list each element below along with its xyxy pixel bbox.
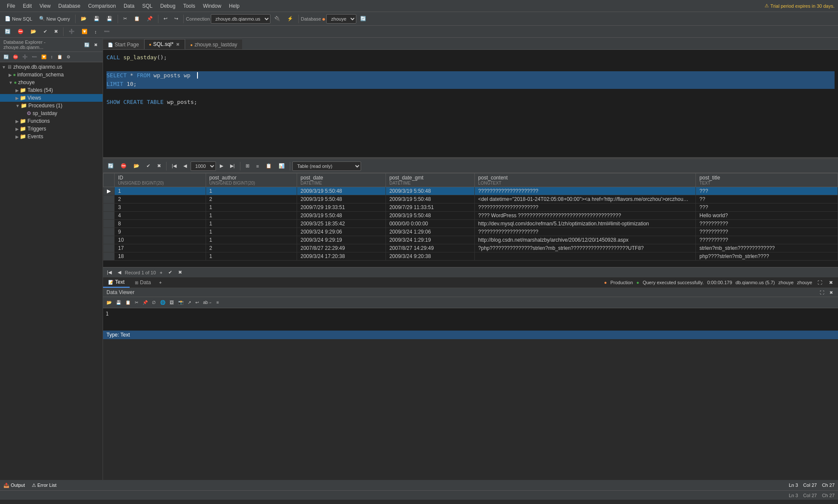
tb2-check[interactable]: ✔ <box>40 27 50 36</box>
rec-prev[interactable]: ◀ <box>115 269 123 276</box>
sidebar-tb-sort[interactable]: ↕ <box>49 54 55 60</box>
open-button[interactable]: 📂 <box>78 15 90 23</box>
dv-tb-paste[interactable]: 📌 <box>141 299 149 306</box>
dv-tb-cut[interactable]: ✂ <box>133 299 140 306</box>
results-form[interactable]: 📋 <box>263 162 275 170</box>
rec-add[interactable]: + <box>158 269 164 276</box>
tab-close-sql[interactable]: ✖ <box>175 42 180 47</box>
tree-item-server[interactable]: ▼ 🖥 zhouye.db.qianmo.us <box>0 63 103 71</box>
results-table[interactable]: ID UNSIGNED BIGINT(20) post_author UNSIG… <box>103 173 838 267</box>
dv-tb-web[interactable]: 🌐 <box>158 299 167 306</box>
tree-item-views[interactable]: ▶ 📁 Views <box>0 94 103 102</box>
dv-maximize-btn[interactable]: ⛶ <box>818 290 826 295</box>
menu-sql[interactable]: SQL <box>139 2 156 10</box>
db-refresh-button[interactable]: 🔄 <box>357 15 369 23</box>
sidebar-tb-remove[interactable]: ➖ <box>30 54 39 60</box>
table-row[interactable]: 812009/3/25 18:35:420000/0/0 0:00:00http… <box>103 220 838 228</box>
results-prev[interactable]: ◀ <box>180 162 190 170</box>
tb2-close[interactable]: ✖ <box>51 27 61 36</box>
dv-close[interactable]: ✖ <box>827 279 835 286</box>
rec-save[interactable]: ✔ <box>166 269 174 276</box>
menu-comparison[interactable]: Comparison <box>85 2 119 10</box>
dv-tab-data[interactable]: ⊞ Data <box>130 278 156 287</box>
tree-item-sp-lastday[interactable]: ▶ ⚙ sp_lastday <box>0 109 103 117</box>
copy-button[interactable]: 📋 <box>131 15 143 23</box>
sidebar-tb-list[interactable]: 📋 <box>55 54 64 60</box>
menu-window[interactable]: Window <box>200 2 225 10</box>
save-all-button[interactable]: 💾 <box>103 15 115 23</box>
undo-button[interactable]: ↩ <box>161 15 170 23</box>
sql-editor[interactable]: CALL sp_lastday(); SELECT * FROM wp_post… <box>103 50 838 157</box>
table-row[interactable]: 912009/3/24 9:29:062009/3/24 1:29:06????… <box>103 228 838 236</box>
results-first[interactable]: |◀ <box>169 162 179 170</box>
results-next[interactable]: ▶ <box>217 162 226 170</box>
dv-tb-save[interactable]: 💾 <box>114 299 123 306</box>
menu-file[interactable]: File <box>3 2 18 10</box>
table-row[interactable]: 412009/3/19 5:50:482009/3/19 5:50:48????… <box>103 212 838 220</box>
results-open[interactable]: 📂 <box>131 162 143 170</box>
save-button[interactable]: 💾 <box>91 15 103 23</box>
tb2-add[interactable]: ➕ <box>66 27 78 36</box>
sidebar-refresh[interactable]: 🔄 <box>82 42 91 48</box>
rec-cancel[interactable]: ✖ <box>176 269 184 276</box>
col-post-date-gmt[interactable]: post_date_gmt DATETIME <box>386 173 474 187</box>
tree-arrow-zhouye[interactable]: ▼ <box>9 80 13 85</box>
dv-tb-img1[interactable]: 🖼 <box>168 299 176 306</box>
sidebar-close[interactable]: ✖ <box>92 42 99 48</box>
results-grid[interactable]: ⊞ <box>243 162 252 170</box>
table-row[interactable]: 312009/7/29 19:33:512009/7/29 11:33:51??… <box>103 203 838 212</box>
connect-button[interactable]: 🔌 <box>271 15 283 23</box>
dv-add-tab[interactable]: + <box>156 279 164 286</box>
sidebar-tb-settings[interactable]: ⚙ <box>65 54 72 60</box>
tree-arrow-events[interactable]: ▶ <box>15 134 19 139</box>
tree-item-zhouye-db[interactable]: ▼ ● zhouye <box>0 79 103 86</box>
dv-tab-text[interactable]: 📝 Text <box>103 277 130 288</box>
redo-button[interactable]: ↪ <box>171 15 181 23</box>
connection-selector[interactable]: zhouye.db.qianmo.us <box>211 14 270 24</box>
col-post-date[interactable]: post_date DATETIME <box>297 173 386 187</box>
tb2-collapse[interactable]: ➖ <box>101 27 113 36</box>
sidebar-tb-filter[interactable]: 🔽 <box>39 54 48 60</box>
output-tab[interactable]: 📤 Output <box>3 483 25 488</box>
tree-arrow-triggers[interactable]: ▶ <box>15 127 19 131</box>
results-last[interactable]: ▶| <box>227 162 238 170</box>
menu-debug[interactable]: Debug <box>157 2 179 10</box>
results-mode-selector[interactable]: Table (read only) <box>292 161 361 171</box>
dv-close-btn[interactable]: ✖ <box>828 290 835 295</box>
menu-edit[interactable]: Edit <box>19 2 35 10</box>
dv-maximize[interactable]: ⛶ <box>816 279 824 286</box>
col-post-title[interactable]: post_title TEXT <box>696 173 838 187</box>
cut-button[interactable]: ✂ <box>120 15 130 23</box>
dv-tb-copy[interactable]: 📋 <box>124 299 132 306</box>
tb2-refresh[interactable]: 🔄 <box>2 27 14 36</box>
col-post-content[interactable]: post_content LONGTEXT <box>474 173 695 187</box>
tab-sp-lastday[interactable]: ● zhouye.sp_lastday <box>185 39 242 49</box>
table-row[interactable]: 222009/3/19 5:50:482009/3/19 5:50:48<del… <box>103 195 838 203</box>
tb2-open[interactable]: 📂 <box>27 27 39 36</box>
tree-item-tables[interactable]: ▶ 📁 Tables (54) <box>0 86 103 94</box>
col-post-author[interactable]: post_author UNSIGNED BIGINT(20) <box>206 173 297 187</box>
tree-item-triggers[interactable]: ▶ 📁 Triggers <box>0 125 103 133</box>
dv-tb-extra[interactable]: ≡ <box>215 299 221 306</box>
menu-tools[interactable]: Tools <box>180 2 199 10</box>
paste-button[interactable]: 📌 <box>144 15 156 23</box>
menu-view[interactable]: View <box>36 2 54 10</box>
col-id[interactable]: ID UNSIGNED BIGINT(20) <box>115 173 206 187</box>
dv-tb-export[interactable]: ↗ <box>186 299 193 306</box>
tab-start-page[interactable]: 📄 Start Page <box>103 39 144 49</box>
rec-first[interactable]: |◀ <box>105 269 114 276</box>
tree-arrow-info[interactable]: ▶ <box>9 73 12 77</box>
dv-tb-wrap[interactable]: ↩ <box>194 299 200 306</box>
tree-arrow-procedures[interactable]: ▼ <box>15 103 20 108</box>
disconnect-button[interactable]: ⚡ <box>284 15 296 23</box>
results-chart[interactable]: 📊 <box>276 162 288 170</box>
new-query-button[interactable]: 🔍 New Query <box>36 15 73 23</box>
tb2-stop[interactable]: ⛔ <box>15 27 27 36</box>
error-list-tab[interactable]: ⚠ Error List <box>32 483 57 488</box>
tree-item-functions[interactable]: ▶ 📁 Functions <box>0 117 103 125</box>
results-stop[interactable]: ⛔ <box>118 162 130 170</box>
dv-tb-img2[interactable]: 📸 <box>176 299 185 306</box>
sidebar-tb-refresh[interactable]: 🔄 <box>2 54 10 60</box>
results-check[interactable]: ✔ <box>143 162 153 170</box>
menu-data[interactable]: Data <box>120 2 138 10</box>
